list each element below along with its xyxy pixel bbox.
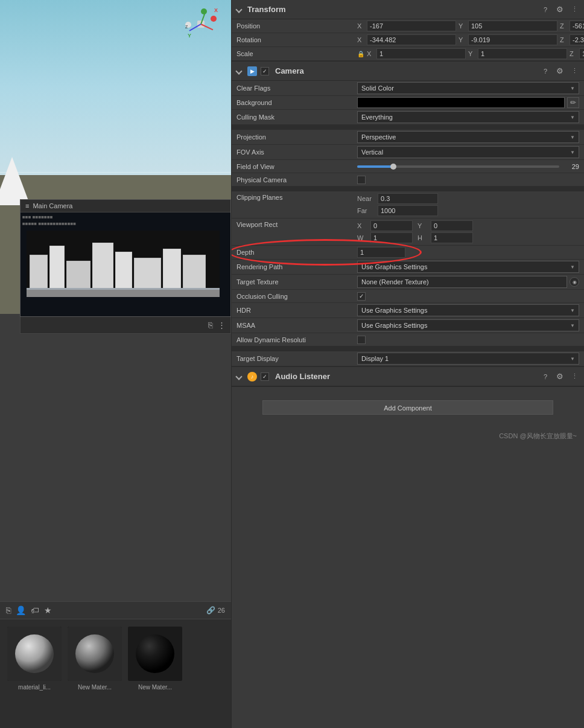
transform-help-icon[interactable]: ? xyxy=(541,5,550,14)
transform-menu-icon[interactable]: ⋮ xyxy=(570,5,579,14)
background-color-swatch[interactable] xyxy=(357,97,565,108)
asset-item-1[interactable]: New Mater... xyxy=(68,627,122,691)
camera-menu-icon[interactable]: ⋮ xyxy=(570,66,579,76)
target-texture-select-icon[interactable]: ◉ xyxy=(570,277,579,287)
clear-flags-dropdown[interactable]: Solid Color ▼ xyxy=(357,82,579,94)
rendering-path-arrow: ▼ xyxy=(570,264,575,270)
watermark: CSDN @风物长宜放眼量~ xyxy=(232,428,584,444)
occlusion-culling-checkbox[interactable] xyxy=(357,292,366,301)
culling-mask-label: Culling Mask xyxy=(236,113,357,121)
clear-flags-label: Clear Flags xyxy=(236,85,357,92)
depth-input[interactable] xyxy=(357,247,405,258)
scale-z-input[interactable] xyxy=(579,48,584,59)
rotation-y-input[interactable] xyxy=(468,34,557,45)
camera-copy-icon[interactable]: ⎘ xyxy=(208,321,213,330)
audio-enabled-checkbox[interactable]: ✓ xyxy=(261,372,269,381)
scale-x-input[interactable] xyxy=(376,48,466,59)
target-texture-dropdown[interactable]: None (Render Texture) xyxy=(357,276,567,288)
transform-settings-icon[interactable]: ⚙ xyxy=(555,5,565,14)
svg-point-5 xyxy=(136,634,174,673)
hdr-label: HDR xyxy=(236,307,357,314)
depth-label: Depth xyxy=(236,249,357,256)
position-y-input[interactable] xyxy=(468,21,557,31)
rendering-path-label: Rendering Path xyxy=(236,263,357,270)
dynamic-resolution-checkbox[interactable] xyxy=(357,336,366,344)
rendering-path-value: Use Graphics Settings ▼ xyxy=(357,261,579,273)
fov-slider-track[interactable] xyxy=(357,165,559,168)
audio-help-icon[interactable]: ? xyxy=(541,372,550,382)
culling-mask-row: Culling Mask Everything ▼ xyxy=(232,110,584,125)
transform-header: Transform ? ⚙ ⋮ xyxy=(232,0,584,19)
msaa-label: MSAA xyxy=(236,322,357,329)
camera-section: ▶ ✓ Camera ? ⚙ ⋮ Clear Flags Solid Color… xyxy=(232,62,584,367)
asset-tag-icon[interactable]: 🏷 xyxy=(31,605,39,615)
rotation-y-label: Y xyxy=(459,36,466,43)
asset-people-icon[interactable]: 👤 xyxy=(16,605,26,615)
rendering-path-dropdown[interactable]: Use Graphics Settings ▼ xyxy=(357,261,579,273)
target-display-value: Display 1 ▼ xyxy=(357,353,579,365)
camera-help-icon[interactable]: ? xyxy=(541,66,550,76)
asset-copy-icon[interactable]: ⎘ xyxy=(6,605,11,615)
add-component-button[interactable]: Add Component xyxy=(262,400,554,415)
target-display-dropdown[interactable]: Display 1 ▼ xyxy=(357,353,579,365)
asset-link-icon[interactable]: 🔗 xyxy=(206,606,215,615)
dynamic-resolution-value xyxy=(357,336,579,344)
background-label: Background xyxy=(236,99,357,106)
viewport-x-input[interactable] xyxy=(370,220,413,231)
audio-settings-icon[interactable]: ⚙ xyxy=(555,372,565,382)
audio-menu-icon[interactable]: ⋮ xyxy=(570,372,579,382)
scale-y-input[interactable] xyxy=(478,48,567,59)
preview-header: ≡ Main Camera xyxy=(21,200,230,212)
projection-dropdown[interactable]: Perspective ▼ xyxy=(357,131,579,143)
audio-collapse-icon[interactable] xyxy=(235,373,242,380)
asset-panel: material_li... xyxy=(0,619,231,728)
fov-label: Field of View xyxy=(236,163,357,170)
msaa-value: Use Graphics Settings ▼ xyxy=(357,319,579,331)
scale-z-label: Z xyxy=(570,50,577,57)
rotation-xyz: X Y Z xyxy=(357,34,584,45)
position-x-input[interactable] xyxy=(367,21,456,31)
asset-item-0[interactable]: material_li... xyxy=(7,627,62,691)
culling-mask-dropdown[interactable]: Everything ▼ xyxy=(357,111,579,123)
camera-enabled-checkbox[interactable]: ✓ xyxy=(261,67,269,75)
fov-axis-row: FOV Axis Vertical ▼ xyxy=(232,145,584,160)
scene-gizmo[interactable]: Z X Y xyxy=(183,6,219,42)
camera-settings-icon[interactable]: ⚙ xyxy=(555,66,565,76)
rotation-x-input[interactable] xyxy=(367,34,456,45)
clipping-near-input[interactable] xyxy=(378,193,438,204)
asset-item-2[interactable]: New Mater... xyxy=(128,627,182,691)
transform-collapse-icon[interactable] xyxy=(235,6,242,13)
target-display-label: Target Display xyxy=(236,355,357,362)
viewport-w-input[interactable] xyxy=(370,232,413,243)
scale-xyz: 🔒 X Y Z xyxy=(357,48,584,59)
fov-value: 29 xyxy=(357,163,579,170)
projection-value: Perspective ▼ xyxy=(357,131,579,143)
position-row: Position X Y Z xyxy=(232,19,584,33)
clear-flags-row: Clear Flags Solid Color ▼ xyxy=(232,81,584,96)
clipping-far-input[interactable] xyxy=(378,205,438,216)
depth-value xyxy=(357,247,579,258)
add-component-container: Add Component xyxy=(232,387,584,428)
hdr-dropdown[interactable]: Use Graphics Settings ▼ xyxy=(357,304,579,316)
fov-axis-dropdown[interactable]: Vertical ▼ xyxy=(357,146,579,158)
position-z-input[interactable] xyxy=(570,21,584,31)
rotation-z-input[interactable] xyxy=(570,34,584,45)
viewport-y-input[interactable] xyxy=(431,220,473,231)
camera-collapse-icon[interactable] xyxy=(235,68,242,74)
audio-title: Audio Listener xyxy=(275,372,537,381)
asset-thumbnail-2 xyxy=(128,627,182,681)
asset-star-icon[interactable]: ★ xyxy=(44,605,52,615)
camera-menu-icon[interactable]: ⋮ xyxy=(218,321,226,330)
physical-camera-checkbox[interactable] xyxy=(357,176,366,184)
viewport-h-input[interactable] xyxy=(431,232,473,243)
occlusion-culling-row: Occlusion Culling xyxy=(232,290,584,303)
projection-label: Projection xyxy=(236,133,357,141)
msaa-dropdown[interactable]: Use Graphics Settings ▼ xyxy=(357,319,579,331)
hdr-value: Use Graphics Settings ▼ xyxy=(357,304,579,316)
background-eyedropper-icon[interactable]: ✏ xyxy=(567,97,579,108)
asset-count: 26 xyxy=(218,607,225,614)
audio-component-icon: ♪ xyxy=(247,372,257,382)
rotation-row: Rotation X Y Z xyxy=(232,33,584,47)
clipping-near-label: Near xyxy=(357,195,375,202)
target-texture-row: Target Texture None (Render Texture) ◉ xyxy=(232,275,584,290)
